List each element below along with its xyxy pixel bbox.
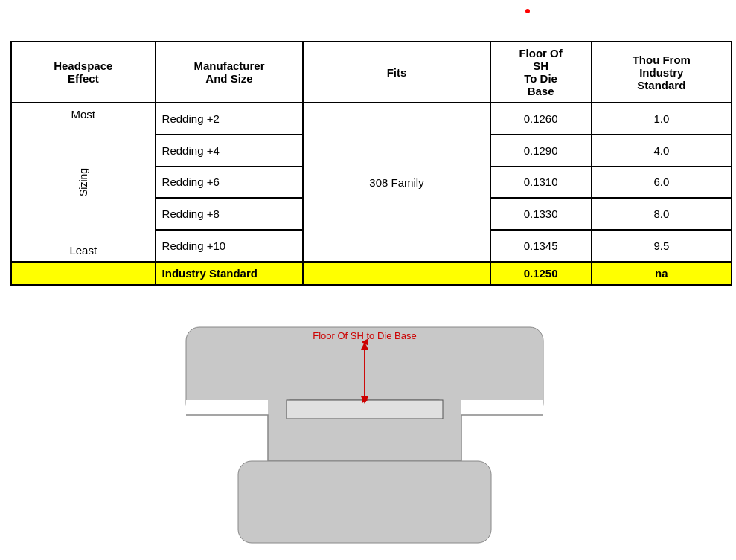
headspace-cell: Most Sizing Least [11, 103, 156, 262]
svg-rect-1 [268, 416, 461, 461]
svg-rect-3 [461, 400, 543, 461]
header-thou: Thou FromIndustryStandard [592, 42, 732, 103]
table-row: Most Sizing Least Redding +2 308 Family … [11, 103, 732, 135]
industry-manufacturer-cell: Industry Standard [156, 262, 304, 285]
industry-fits-cell [303, 262, 490, 285]
floor-cell: 0.1330 [490, 198, 592, 230]
manufacturer-cell: Redding +2 [156, 103, 304, 135]
industry-thou-cell: na [592, 262, 732, 285]
header-floor: Floor OfSHTo DieBase [490, 42, 592, 103]
manufacturer-cell: Redding +10 [156, 230, 304, 262]
manufacturer-cell: Redding +6 [156, 167, 304, 199]
svg-rect-4 [238, 461, 491, 543]
most-label: Most [71, 108, 96, 120]
floor-cell: 0.1345 [490, 230, 592, 262]
diagram-wrapper: Floor Of SH to Die Base [179, 320, 551, 550]
svg-text:Floor Of SH to Die Base: Floor Of SH to Die Base [313, 330, 416, 341]
die-diagram: Floor Of SH to Die Base [179, 320, 551, 550]
thou-cell: 8.0 [592, 198, 732, 230]
svg-rect-2 [186, 400, 268, 461]
header-fits: Fits [303, 42, 490, 103]
floor-cell: 0.1310 [490, 167, 592, 199]
industry-floor-cell: 0.1250 [490, 262, 592, 285]
industry-standard-row: Industry Standard 0.1250 na [11, 262, 732, 285]
thou-cell: 1.0 [592, 103, 732, 135]
manufacturer-cell: Redding +4 [156, 135, 304, 167]
table-wrapper: HeadspaceEffect ManufacturerAnd Size Fit… [10, 41, 732, 286]
page-container: HeadspaceEffect ManufacturerAnd Size Fit… [0, 0, 736, 560]
fits-cell: 308 Family [303, 103, 490, 262]
thou-cell: 9.5 [592, 230, 732, 262]
sizing-label: Sizing [77, 123, 89, 241]
thou-cell: 4.0 [592, 135, 732, 167]
header-manufacturer: ManufacturerAnd Size [156, 42, 304, 103]
floor-cell: 0.1260 [490, 103, 592, 135]
thou-cell: 6.0 [592, 167, 732, 199]
header-headspace: HeadspaceEffect [11, 42, 156, 103]
manufacturer-cell: Redding +8 [156, 198, 304, 230]
floor-cell: 0.1290 [490, 135, 592, 167]
least-label: Least [69, 244, 97, 257]
data-table: HeadspaceEffect ManufacturerAnd Size Fit… [10, 41, 732, 286]
industry-headspace-cell [11, 262, 156, 285]
red-dot [525, 9, 530, 13]
